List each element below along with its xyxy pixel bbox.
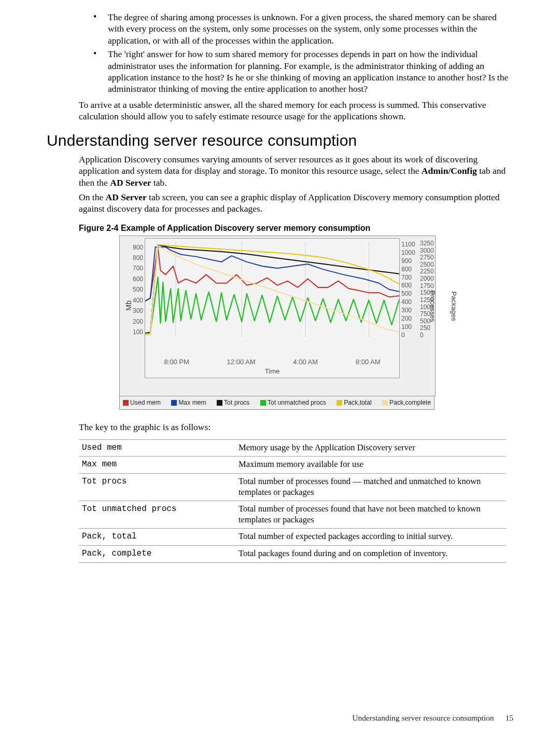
key-desc: Total number of expected packages accord… (235, 529, 506, 546)
chart-figure: Mb Processes Packages 8:00 PM12:00 AM4:0… (119, 236, 436, 410)
body-paragraph: The key to the graphic is as follows: (79, 421, 513, 433)
legend-item: Tot procs (217, 399, 249, 407)
key-desc: Memory usage by the Application Discover… (235, 439, 506, 457)
legend-label: Tot unmatched procs (268, 399, 326, 407)
legend-key-table: Used mem Memory usage by the Application… (79, 439, 506, 563)
key-name: Used mem (79, 439, 235, 457)
legend-swatch-icon (382, 400, 388, 406)
chart-legend: Used memMax memTot procsTot unmatched pr… (119, 396, 435, 410)
key-name: Max mem (79, 457, 235, 474)
table-row: Used mem Memory usage by the Application… (79, 439, 506, 457)
bold-label: AD Server (106, 192, 147, 202)
key-name: Tot unmatched procs (79, 501, 235, 529)
legend-label: Pack,complete (389, 399, 431, 407)
legend-item: Pack,complete (382, 399, 431, 407)
table-row: Pack, total Total number of expected pac… (79, 529, 506, 546)
body-paragraph: To arrive at a usable deterministic answ… (79, 99, 513, 122)
text: On the (79, 192, 106, 202)
list-item: The degree of sharing among processes is… (93, 11, 513, 48)
key-name: Pack, complete (79, 546, 235, 563)
text: tab. (151, 177, 166, 188)
page-footer: Understanding server resource consumptio… (352, 713, 513, 723)
key-desc: Maximum memory available for use (235, 457, 506, 474)
body-paragraph: Application Discovery consumes varying a… (79, 154, 513, 188)
table-row: Max mem Maximum memory available for use (79, 457, 506, 474)
chart-plot-area: Mb Processes Packages 8:00 PM12:00 AM4:0… (145, 238, 400, 378)
bold-label: AD Server (110, 177, 151, 188)
footer-title: Understanding server resource consumptio… (352, 713, 494, 722)
legend-swatch-icon (123, 400, 129, 406)
bulleted-list: The degree of sharing among processes is… (47, 11, 513, 97)
legend-label: Pack,total (344, 399, 372, 407)
body-paragraph: On the AD Server tab screen, you can see… (79, 191, 513, 215)
legend-label: Tot procs (224, 399, 249, 407)
legend-swatch-icon (337, 400, 342, 406)
list-item: The 'right' answer for how to sum shared… (93, 48, 513, 97)
legend-label: Max mem (178, 399, 206, 407)
page-number: 15 (506, 713, 514, 722)
legend-swatch-icon (260, 400, 266, 406)
figure-caption: Figure 2-4 Example of Application Discov… (79, 223, 513, 233)
table-row: Tot unmatched procs Total number of proc… (79, 501, 506, 529)
bold-label: Admin/Config (422, 165, 477, 176)
key-name: Pack, total (79, 529, 235, 546)
key-desc: Total number of processes found that hav… (235, 501, 506, 529)
legend-swatch-icon (217, 400, 222, 406)
key-desc: Total packages found during and on compl… (235, 546, 506, 563)
x-axis-label: Time (145, 367, 399, 376)
table-row: Pack, complete Total packages found duri… (79, 546, 506, 563)
legend-item: Max mem (171, 399, 206, 407)
section-heading: Understanding server resource consumptio… (47, 131, 513, 150)
text: Application Discovery consumes varying a… (79, 154, 478, 176)
key-desc: Total number of processes found — matche… (235, 473, 506, 501)
table-row: Tot procs Total number of processes foun… (79, 473, 506, 501)
key-name: Tot procs (79, 473, 235, 501)
legend-item: Tot unmatched procs (260, 399, 326, 407)
legend-item: Used mem (123, 399, 161, 407)
legend-swatch-icon (171, 400, 177, 406)
y-axis-right-label-2: Packages (449, 292, 458, 321)
legend-item: Pack,total (337, 399, 372, 407)
legend-label: Used mem (130, 399, 161, 407)
